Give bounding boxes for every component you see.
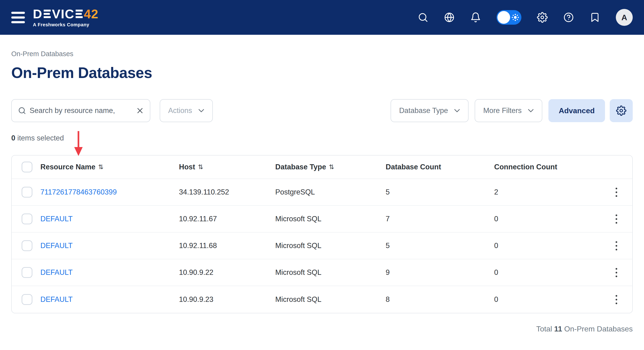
column-header-host[interactable]: Host ⇅ xyxy=(179,163,275,171)
database-type-cell: Microsoft SQL xyxy=(275,268,386,277)
logo-letters-vic: VIC xyxy=(52,8,74,20)
row-checkbox[interactable] xyxy=(22,267,32,278)
settings-gear-icon[interactable] xyxy=(537,12,548,23)
databases-table: Resource Name ⇅ Host ⇅ Database Type ⇅ D… xyxy=(11,155,633,313)
logo-e-bars-icon xyxy=(76,10,83,18)
annotation-arrow-icon xyxy=(73,130,84,156)
row-actions-kebab-menu[interactable] xyxy=(609,213,623,225)
database-type-dropdown[interactable]: Database Type xyxy=(390,99,468,122)
connection-count-cell: 0 xyxy=(494,295,604,304)
hamburger-menu-icon[interactable] xyxy=(11,12,25,23)
resource-name-link[interactable]: DEFAULT xyxy=(40,295,72,304)
table-body: 7117261778463760399 34.139.110.252 Postg… xyxy=(12,179,632,313)
host-cell: 10.90.9.22 xyxy=(179,268,275,277)
connection-count-cell: 2 xyxy=(494,188,604,196)
advanced-button[interactable]: Advanced xyxy=(548,99,605,122)
connection-count-cell: 0 xyxy=(494,268,604,277)
column-header-connection-count: Connection Count xyxy=(494,163,604,171)
resource-name-link[interactable]: DEFAULT xyxy=(40,215,72,223)
clear-search-icon[interactable] xyxy=(136,107,144,114)
row-actions-kebab-menu[interactable] xyxy=(609,186,623,198)
row-checkbox[interactable] xyxy=(22,187,32,198)
actions-label: Actions xyxy=(168,106,192,115)
database-count-cell: 5 xyxy=(386,188,494,196)
search-icon xyxy=(18,106,26,115)
sort-icon[interactable]: ⇅ xyxy=(329,163,334,171)
row-actions-kebab-menu[interactable] xyxy=(609,294,623,306)
database-count-cell: 7 xyxy=(386,215,494,223)
table-row: DEFAULT 10.92.11.68 Microsoft SQL 5 0 xyxy=(12,232,632,259)
database-type-cell: Microsoft SQL xyxy=(275,295,386,304)
search-input[interactable] xyxy=(30,106,133,115)
host-cell: 34.139.110.252 xyxy=(179,188,275,196)
main-content: On-Prem Databases On-Prem Databases Acti… xyxy=(0,35,644,333)
selection-label: items selected xyxy=(15,134,64,142)
connection-count-cell: 0 xyxy=(494,215,604,223)
row-actions-kebab-menu[interactable] xyxy=(609,266,623,278)
chevron-down-icon xyxy=(198,109,204,112)
database-count-cell: 9 xyxy=(386,268,494,277)
top-navbar: D VIC 42 A Freshworks Company xyxy=(0,0,644,35)
chevron-down-icon xyxy=(454,109,460,112)
gear-icon xyxy=(616,106,626,116)
user-avatar[interactable]: A xyxy=(616,9,633,26)
more-filters-dropdown[interactable]: More Filters xyxy=(475,99,542,122)
device42-logo[interactable]: D VIC 42 A Freshworks Company xyxy=(33,8,98,28)
row-checkbox[interactable] xyxy=(22,294,32,305)
sort-icon[interactable]: ⇅ xyxy=(98,163,104,171)
search-icon[interactable] xyxy=(418,12,428,23)
notifications-bell-icon[interactable] xyxy=(470,12,481,23)
sun-icon xyxy=(512,14,519,21)
bookmark-icon[interactable] xyxy=(590,12,600,23)
breadcrumb[interactable]: On-Prem Databases xyxy=(11,50,633,58)
table-total: Total 11 On-Prem Databases xyxy=(11,325,633,333)
database-type-label: Database Type xyxy=(399,106,448,115)
row-checkbox[interactable] xyxy=(22,214,32,224)
table-row: DEFAULT 10.92.11.67 Microsoft SQL 7 0 xyxy=(12,206,632,232)
logo-subtitle: A Freshworks Company xyxy=(33,22,98,28)
logo-e-bars-icon xyxy=(44,10,51,18)
table-row: DEFAULT 10.90.9.22 Microsoft SQL 9 0 xyxy=(12,259,632,286)
chevron-down-icon xyxy=(528,109,534,112)
resource-name-link[interactable]: DEFAULT xyxy=(40,242,72,250)
page-title: On-Prem Databases xyxy=(11,64,633,82)
database-type-cell: Microsoft SQL xyxy=(275,215,386,223)
search-box xyxy=(11,99,150,122)
host-cell: 10.92.11.68 xyxy=(179,242,275,250)
column-header-database-count: Database Count xyxy=(386,163,494,171)
resource-name-link[interactable]: 7117261778463760399 xyxy=(40,188,117,196)
table-row: DEFAULT 10.90.9.23 Microsoft SQL 8 0 xyxy=(12,286,632,313)
table-settings-button[interactable] xyxy=(610,99,633,122)
globe-icon[interactable] xyxy=(444,12,455,23)
connection-count-cell: 0 xyxy=(494,242,604,250)
database-count-cell: 8 xyxy=(386,295,494,304)
selection-count: 0 xyxy=(11,134,15,142)
sort-icon[interactable]: ⇅ xyxy=(198,163,204,171)
table-row: 7117261778463760399 34.139.110.252 Postg… xyxy=(12,179,632,206)
help-icon[interactable] xyxy=(563,12,574,23)
select-all-checkbox[interactable] xyxy=(22,162,32,172)
toggle-knob xyxy=(498,11,510,24)
more-filters-label: More Filters xyxy=(483,106,522,115)
row-actions-kebab-menu[interactable] xyxy=(609,240,623,252)
database-type-cell: Microsoft SQL xyxy=(275,242,386,250)
host-cell: 10.90.9.23 xyxy=(179,295,275,304)
column-header-database-type[interactable]: Database Type ⇅ xyxy=(275,163,386,171)
column-header-resource-name[interactable]: Resource Name ⇅ xyxy=(40,163,179,171)
database-count-cell: 5 xyxy=(386,242,494,250)
actions-dropdown[interactable]: Actions xyxy=(160,99,213,122)
table-header-row: Resource Name ⇅ Host ⇅ Database Type ⇅ D… xyxy=(12,156,632,179)
selection-status: 0 items selected xyxy=(11,134,633,143)
toolbar: Actions Database Type More Filters Advan… xyxy=(11,99,633,122)
total-count: 11 xyxy=(554,325,562,333)
theme-toggle-switch[interactable] xyxy=(496,10,522,25)
host-cell: 10.92.11.67 xyxy=(179,215,275,223)
logo-letter-d: D xyxy=(33,8,42,20)
database-type-cell: PostgreSQL xyxy=(275,188,386,196)
row-checkbox[interactable] xyxy=(22,240,32,251)
resource-name-link[interactable]: DEFAULT xyxy=(40,268,72,276)
logo-number-42: 42 xyxy=(84,8,98,20)
